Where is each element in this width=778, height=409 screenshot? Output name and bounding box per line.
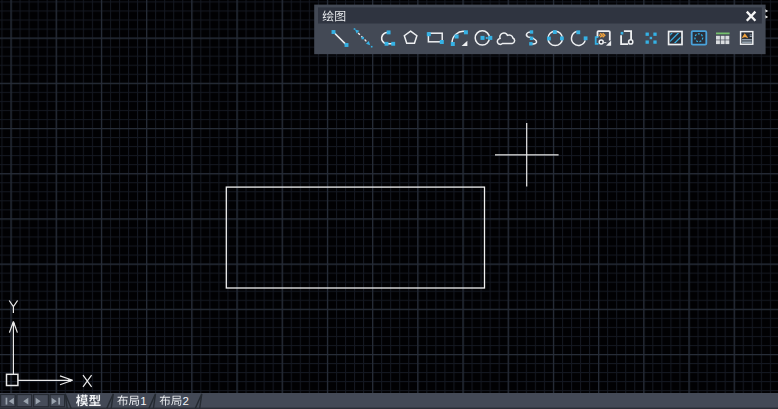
- svg-text:2: 2: [183, 395, 189, 407]
- svg-text:1: 1: [140, 395, 146, 407]
